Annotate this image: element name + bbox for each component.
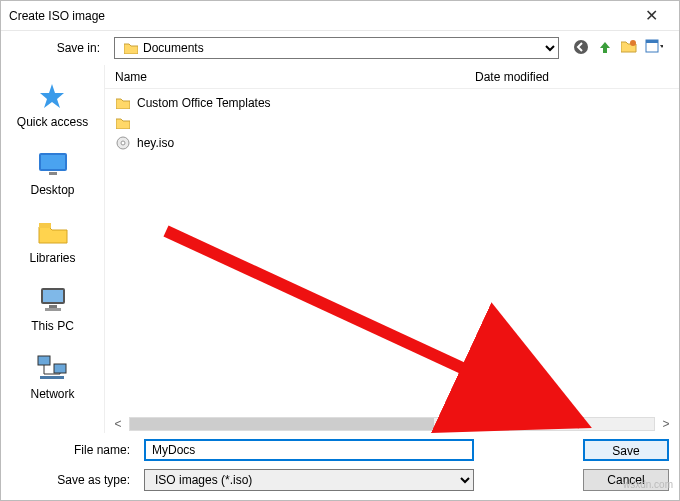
scroll-track[interactable] [129, 417, 655, 431]
save-as-type-dropdown[interactable]: ISO images (*.iso) [144, 469, 474, 491]
view-menu-icon[interactable] [645, 39, 663, 57]
svg-point-16 [121, 141, 125, 145]
filename-label: File name: [41, 443, 136, 457]
svg-rect-3 [646, 40, 658, 43]
save-button[interactable]: Save [583, 439, 669, 461]
sidebar-item-this-pc[interactable]: This PC [27, 281, 78, 337]
save-in-label: Save in: [11, 41, 106, 55]
save-dialog: Create ISO image ✕ Save in: Documents Qu… [0, 0, 680, 501]
folder-icon [115, 95, 131, 111]
svg-point-1 [630, 40, 636, 46]
location-row: Save in: Documents [1, 31, 679, 65]
svg-rect-6 [49, 172, 57, 175]
close-icon[interactable]: ✕ [631, 6, 671, 25]
folder-icon [115, 115, 131, 131]
desktop-icon [35, 149, 71, 179]
svg-rect-7 [39, 223, 51, 228]
scroll-thumb[interactable] [130, 418, 434, 430]
file-rows[interactable]: Custom Office Templates hey.iso [105, 89, 679, 415]
svg-rect-14 [40, 376, 64, 379]
sidebar-item-quick-access[interactable]: Quick access [13, 77, 92, 133]
svg-rect-13 [54, 364, 66, 373]
column-header-name[interactable]: Name [115, 70, 475, 84]
list-item[interactable]: hey.iso [115, 133, 669, 153]
file-list: Name Date modified Custom Office Templat… [105, 65, 679, 433]
form-area: File name: Save Save as type: ISO images… [1, 433, 679, 497]
up-icon[interactable] [597, 39, 615, 57]
new-folder-icon[interactable] [621, 39, 639, 57]
libraries-icon [35, 217, 71, 247]
sidebar-item-libraries[interactable]: Libraries [25, 213, 79, 269]
nav-icons [567, 39, 669, 57]
scroll-left-icon[interactable]: < [111, 417, 125, 431]
back-icon[interactable] [573, 39, 591, 57]
svg-rect-11 [45, 308, 61, 311]
window-title: Create ISO image [9, 9, 631, 23]
watermark: wsxdn.com [623, 479, 673, 490]
iso-file-icon [115, 135, 131, 151]
svg-rect-12 [38, 356, 50, 365]
horizontal-scrollbar[interactable]: < > [105, 415, 679, 433]
list-item[interactable] [115, 113, 669, 133]
column-header-date[interactable]: Date modified [475, 70, 679, 84]
column-headers: Name Date modified [105, 65, 679, 89]
network-icon [34, 353, 70, 383]
location-dropdown[interactable]: Documents [114, 37, 559, 59]
scroll-right-icon[interactable]: > [659, 417, 673, 431]
svg-point-0 [574, 40, 588, 54]
svg-rect-10 [49, 305, 57, 308]
sidebar-item-network[interactable]: Network [26, 349, 78, 405]
svg-rect-9 [43, 290, 63, 302]
sidebar-item-desktop[interactable]: Desktop [26, 145, 78, 201]
save-as-type-label: Save as type: [41, 473, 136, 487]
filename-input[interactable] [144, 439, 474, 461]
titlebar: Create ISO image ✕ [1, 1, 679, 31]
svg-rect-5 [41, 155, 65, 169]
places-sidebar: Quick access Desktop Libraries This PC N… [1, 65, 105, 433]
quick-access-icon [34, 81, 70, 111]
list-item[interactable]: Custom Office Templates [115, 93, 669, 113]
this-pc-icon [35, 285, 71, 315]
